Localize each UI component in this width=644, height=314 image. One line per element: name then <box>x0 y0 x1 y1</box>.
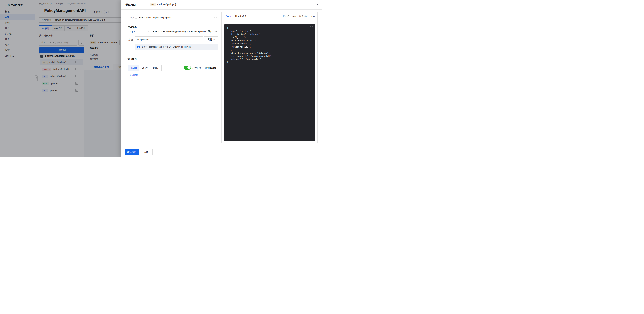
drawer-title: 调试接口： <box>126 3 138 6</box>
copy-button[interactable]: 复制 <box>204 36 218 42</box>
response-status: 状态码：200 响应耗时：4ms <box>283 15 315 18</box>
required-only-label: 只看必填 <box>192 66 201 69</box>
request-params-title[interactable]: 请求参数 <box>128 57 139 60</box>
response-time-value: 4ms <box>311 15 315 17</box>
status-code-value: 200 <box>292 15 296 17</box>
response-tabbar-divider <box>222 20 318 20</box>
status-code-label: 状态码： <box>283 15 291 17</box>
param-tab-body[interactable]: Body <box>150 65 162 71</box>
chevron-up-icon <box>138 58 140 60</box>
required-only-toggle[interactable] <box>184 66 191 70</box>
drawer-method-tag: PUT <box>150 3 156 6</box>
chevron-down-icon <box>215 30 217 32</box>
response-tab-body[interactable]: Body <box>226 15 232 17</box>
response-panel: Body Header(5) 状态码：200 响应耗时：4ms { "name"… <box>221 12 318 144</box>
param-tab-header[interactable]: Header <box>128 65 139 71</box>
path-param-alert: i 仅支持Parameter Path参数变更，参数变更: policyId:0 <box>135 44 218 50</box>
active-tab-underline <box>222 19 233 20</box>
footer-divider <box>121 147 322 147</box>
domain-section-label: 接口域名 <box>128 25 137 28</box>
response-body-code[interactable]: { "name": "policy1", "description": "gat… <box>224 24 315 141</box>
debug-drawer: 调试接口： PUT /policies/{policyId} × 环境 i de… <box>121 0 322 157</box>
toggle-knob <box>188 66 190 69</box>
divider <box>128 55 218 55</box>
path-input[interactable]: /api/policies/0 <box>135 36 203 42</box>
response-time-label: 响应耗时： <box>299 15 310 17</box>
response-json: { "name": "policy1", "description": "gat… <box>227 27 312 64</box>
debug-env-select[interactable]: 环境 i default-gw-ctv2cq6m1hkkjuapl7t0 <box>128 15 218 20</box>
param-tab-query[interactable]: Query <box>139 65 150 71</box>
send-request-button[interactable]: 发送请求 <box>125 149 139 155</box>
response-tab-header[interactable]: Header(5) <box>235 15 246 17</box>
copy-icon[interactable] <box>310 26 313 29</box>
chevron-down-icon <box>213 38 215 40</box>
fill-example-button[interactable]: 示例值填充 <box>203 65 218 71</box>
modal-mask <box>0 0 121 157</box>
close-drawer-button[interactable]: 关闭 <box>140 149 152 155</box>
drawer-path: /policies/{policyId} <box>157 3 176 6</box>
add-param-button[interactable]: + 添加参数 <box>128 74 138 77</box>
protocol-select[interactable]: http:// <box>128 29 150 34</box>
chevron-down-icon <box>214 16 216 18</box>
domain-select[interactable]: env-ctv2ddem1hkiiernnrgg-cn-hangzhou.ali… <box>150 29 218 34</box>
close-icon[interactable]: × <box>314 2 320 8</box>
info-icon: i <box>137 46 140 48</box>
chevron-down-icon <box>147 30 148 32</box>
info-icon: i <box>135 16 137 19</box>
path-label: 路径 <box>128 38 133 41</box>
